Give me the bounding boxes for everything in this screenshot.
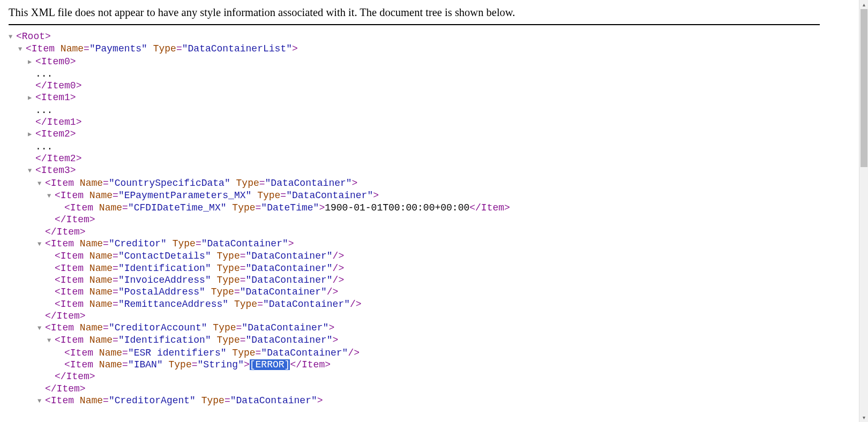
xml-line-l16[interactable]: </Item> — [38, 226, 820, 238]
xml-tag-name: Item — [70, 202, 93, 213]
xml-punctuation: > — [288, 238, 294, 249]
xml-tag-name: Item — [51, 395, 74, 406]
xml-line-l12[interactable]: ▼<Item Name="CountrySpecificData" Type="… — [38, 177, 820, 190]
xml-line-l11[interactable]: ▼<Item3> — [28, 164, 820, 177]
xml-selected-text[interactable]: [ERROR] — [250, 359, 290, 370]
xml-punctuation: = — [234, 287, 240, 297]
xml-tag-name: Item — [51, 238, 74, 249]
xml-punctuation: > — [70, 92, 76, 103]
xml-line-l26[interactable]: <Item Name="ESR identifiers" Type="DataC… — [57, 347, 820, 359]
xml-punctuation: = — [122, 359, 128, 370]
xml-punctuation: > — [325, 359, 331, 370]
xml-punctuation: > — [373, 190, 379, 201]
xml-attr-value: "DataContainer" — [246, 275, 333, 285]
xml-text — [227, 348, 233, 358]
xml-attr-value: "DataContainerList" — [182, 43, 292, 54]
collapse-arrow-icon[interactable]: ▼ — [47, 190, 55, 202]
xml-attr-name: Name — [80, 395, 103, 406]
xml-line-l21[interactable]: <Item Name="PostalAddress" Type="DataCon… — [47, 286, 820, 298]
collapse-arrow-icon[interactable]: ▼ — [9, 31, 16, 43]
xml-punctuation: = — [236, 322, 242, 333]
xml-punctuation: > — [80, 383, 86, 394]
no-style-banner: This XML file does not appear to have an… — [9, 4, 820, 22]
xml-line-l23[interactable]: </Item> — [38, 310, 820, 322]
xml-line-l27[interactable]: <Item Name="IBAN" Type="String">[ERROR]<… — [57, 359, 820, 371]
xml-attr-name: Name — [80, 178, 103, 189]
xml-line-l7[interactable]: </Item1> — [28, 116, 820, 128]
xml-line-l6[interactable]: ... — [28, 104, 820, 116]
xml-attr-name: Type — [201, 395, 225, 406]
xml-line-l8[interactable]: ▶<Item2> — [28, 128, 820, 140]
xml-attr-name: Type — [257, 190, 280, 201]
scroll-down-button[interactable]: ▾ — [859, 413, 868, 422]
xml-punctuation: < — [64, 202, 70, 213]
xml-line-l0[interactable]: ▼<Root> — [9, 31, 820, 43]
xml-line-l29[interactable]: </Item> — [38, 383, 820, 395]
xml-attr-name: Name — [80, 238, 103, 249]
collapse-arrow-icon[interactable]: ▼ — [47, 335, 55, 346]
xml-line-l22[interactable]: <Item Name="RemittanceAddress" Type="Dat… — [47, 298, 820, 310]
xml-tag-name: Item1 — [47, 117, 76, 127]
xml-line-l4[interactable]: </Item0> — [28, 80, 820, 92]
xml-punctuation: /> — [333, 275, 345, 285]
collapse-arrow-icon[interactable]: ▼ — [38, 395, 45, 407]
xml-line-l17[interactable]: ▼<Item Name="Creditor" Type="DataContain… — [38, 238, 820, 250]
xml-attr-value: "DateTime" — [261, 202, 319, 213]
xml-line-l5[interactable]: ▶<Item1> — [28, 92, 820, 104]
xml-text — [211, 263, 217, 274]
xml-punctuation: < — [55, 263, 61, 274]
xml-punctuation: = — [113, 335, 118, 345]
xml-punctuation: = — [240, 335, 246, 345]
collapse-arrow-icon[interactable]: ▼ — [38, 178, 45, 190]
banner-divider — [9, 24, 820, 25]
xml-line-l3[interactable]: ... — [28, 68, 820, 80]
xml-line-l2[interactable]: ▶<Item0> — [28, 56, 820, 68]
expand-arrow-icon[interactable]: ▶ — [28, 129, 35, 140]
xml-viewer-viewport[interactable]: This XML file does not appear to have an… — [0, 0, 825, 422]
xml-text — [230, 178, 236, 189]
collapse-arrow-icon[interactable]: ▼ — [28, 165, 35, 177]
scroll-thumb[interactable] — [860, 9, 867, 167]
xml-attr-name: Name — [89, 263, 113, 274]
collapse-arrow-icon[interactable]: ▼ — [18, 43, 26, 55]
xml-punctuation: = — [103, 322, 109, 333]
xml-punctuation: = — [196, 238, 201, 249]
xml-punctuation: /> — [350, 299, 362, 310]
xml-punctuation: </ — [45, 383, 57, 394]
xml-attr-name: Name — [80, 322, 103, 333]
xml-line-l18[interactable]: <Item Name="ContactDetails" Type="DataCo… — [47, 250, 820, 262]
scroll-up-button[interactable]: ▴ — [859, 0, 868, 9]
xml-line-l30[interactable]: ▼<Item Name="CreditorAgent" Type="DataCo… — [38, 395, 820, 407]
xml-line-l24[interactable]: ▼<Item Name="CreditorAccount" Type="Data… — [38, 322, 820, 334]
expand-arrow-icon[interactable]: ▶ — [28, 92, 35, 104]
xml-line-l25[interactable]: ▼<Item Name="Identification" Type="DataC… — [47, 334, 820, 346]
vertical-scrollbar[interactable]: ▴ ▾ — [859, 0, 868, 422]
xml-attr-name: Type — [153, 43, 176, 54]
xml-text — [251, 190, 257, 201]
xml-attr-name: Type — [217, 263, 240, 274]
xml-punctuation: = — [113, 263, 118, 274]
xml-text — [167, 238, 173, 249]
xml-attr-value: "Creditor" — [109, 238, 167, 249]
xml-attr-value: "DataContainer" — [242, 322, 328, 333]
xml-line-l15[interactable]: </Item> — [47, 214, 820, 225]
xml-punctuation: > — [328, 322, 334, 333]
xml-attr-name: Type — [217, 251, 240, 261]
xml-attr-name: Name — [89, 275, 113, 285]
collapse-arrow-icon[interactable]: ▼ — [38, 238, 45, 250]
xml-line-l20[interactable]: <Item Name="InvoiceAddress" Type="DataCo… — [47, 274, 820, 286]
expand-arrow-icon[interactable]: ▶ — [28, 56, 35, 68]
xml-attr-value: "DataContainer" — [286, 190, 373, 201]
xml-tag-name: Item0 — [41, 56, 70, 67]
xml-line-l14[interactable]: <Item Name="CFDIDateTime_MX" Type="DateT… — [57, 202, 820, 214]
xml-line-l13[interactable]: ▼<Item Name="EPaymentParameters_MX" Type… — [47, 190, 820, 202]
xml-line-l19[interactable]: <Item Name="Identification" Type="DataCo… — [47, 262, 820, 274]
collapse-arrow-icon[interactable]: ▼ — [38, 322, 45, 334]
xml-punctuation: < — [55, 275, 61, 285]
xml-line-l10[interactable]: </Item2> — [28, 153, 820, 164]
xml-line-l1[interactable]: ▼<Item Name="Payments" Type="DataContain… — [18, 43, 820, 55]
xml-line-l28[interactable]: </Item> — [47, 371, 820, 382]
xml-line-l9[interactable]: ... — [28, 141, 820, 153]
xml-punctuation: = — [192, 359, 198, 370]
xml-text — [55, 43, 61, 54]
